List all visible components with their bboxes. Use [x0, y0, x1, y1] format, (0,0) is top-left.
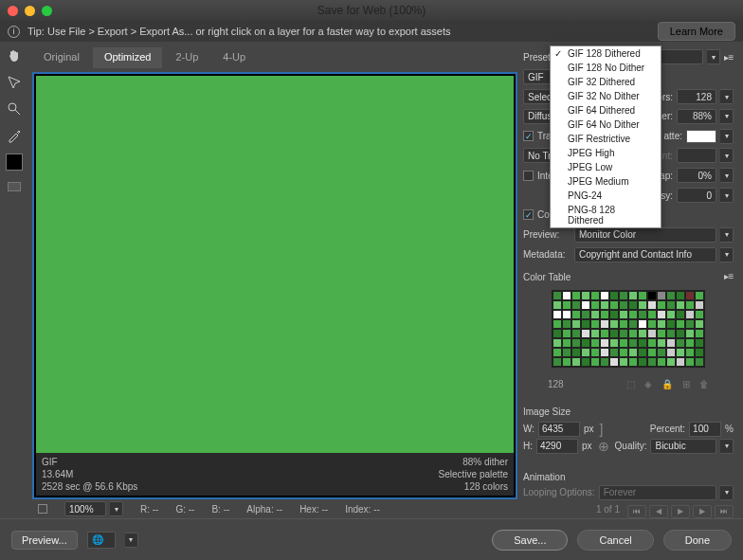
- transparency-checkbox[interactable]: [523, 131, 534, 141]
- color-swatch[interactable]: [676, 348, 685, 357]
- eyedropper-color-swatch[interactable]: [6, 154, 23, 171]
- color-swatch[interactable]: [609, 310, 619, 319]
- color-swatch[interactable]: [619, 338, 628, 348]
- srgb-checkbox[interactable]: [523, 209, 534, 220]
- preset-option[interactable]: JPEG Low: [551, 160, 661, 174]
- color-swatch[interactable]: [638, 319, 647, 329]
- color-swatch[interactable]: [562, 319, 571, 329]
- color-swatch[interactable]: [581, 300, 590, 310]
- color-swatch[interactable]: [628, 300, 638, 310]
- color-swatch[interactable]: [695, 300, 704, 310]
- color-swatch[interactable]: [676, 300, 685, 310]
- color-swatch[interactable]: [666, 338, 676, 348]
- color-swatch[interactable]: [581, 291, 590, 300]
- color-swatch[interactable]: [619, 300, 628, 310]
- chevron-down-icon[interactable]: [720, 439, 734, 454]
- color-swatch[interactable]: [600, 338, 609, 348]
- color-swatch[interactable]: [562, 300, 571, 310]
- color-swatch[interactable]: [562, 310, 571, 319]
- color-swatch[interactable]: [685, 357, 695, 367]
- minimize-window-button[interactable]: [25, 6, 35, 16]
- color-swatch[interactable]: [581, 319, 590, 329]
- color-swatch[interactable]: [553, 310, 562, 319]
- color-swatch[interactable]: [638, 329, 647, 338]
- color-swatch[interactable]: [695, 310, 704, 319]
- color-swatch[interactable]: [657, 329, 666, 338]
- color-swatch[interactable]: [676, 357, 685, 367]
- metadata-select[interactable]: Copyright and Contact Info: [574, 247, 716, 262]
- color-swatch[interactable]: [571, 291, 581, 300]
- color-swatch[interactable]: [666, 300, 676, 310]
- preset-dropdown[interactable]: GIF 128 DitheredGIF 128 No DitherGIF 32 …: [550, 45, 661, 228]
- preset-option[interactable]: GIF 128 No Dither: [551, 61, 661, 75]
- dither-input[interactable]: 88%: [677, 109, 716, 124]
- zoom-window-button[interactable]: [42, 6, 52, 16]
- color-swatch[interactable]: [553, 319, 562, 329]
- color-swatch[interactable]: [657, 310, 666, 319]
- color-swatch[interactable]: [619, 310, 628, 319]
- color-swatch[interactable]: [676, 310, 685, 319]
- color-swatch[interactable]: [685, 319, 695, 329]
- color-swatch[interactable]: [676, 338, 685, 348]
- new-color-icon[interactable]: ⊞: [682, 379, 690, 389]
- color-swatch[interactable]: [609, 338, 619, 348]
- color-swatch[interactable]: [571, 319, 581, 329]
- color-swatch[interactable]: [600, 310, 609, 319]
- color-swatch[interactable]: [685, 310, 695, 319]
- color-swatch[interactable]: [553, 291, 562, 300]
- color-swatch[interactable]: [628, 329, 638, 338]
- color-swatch[interactable]: [553, 348, 562, 357]
- chevron-down-icon[interactable]: [707, 49, 720, 64]
- color-swatch[interactable]: [553, 357, 562, 367]
- color-swatch[interactable]: [695, 319, 704, 329]
- color-swatch[interactable]: [638, 300, 647, 310]
- zoom-select[interactable]: 100%: [64, 501, 106, 516]
- color-swatch[interactable]: [695, 329, 704, 338]
- tab-2up[interactable]: 2-Up: [164, 47, 209, 68]
- color-swatch[interactable]: [553, 338, 562, 348]
- color-swatch[interactable]: [628, 357, 638, 367]
- color-swatch[interactable]: [628, 310, 638, 319]
- color-swatch[interactable]: [666, 319, 676, 329]
- preset-option[interactable]: JPEG High: [551, 146, 661, 160]
- color-swatch[interactable]: [647, 319, 657, 329]
- color-swatch[interactable]: [590, 348, 600, 357]
- color-swatch[interactable]: [666, 329, 676, 338]
- preview-button[interactable]: Preview...: [11, 531, 78, 550]
- chevron-down-icon[interactable]: [720, 227, 734, 243]
- color-swatch[interactable]: [657, 300, 666, 310]
- color-swatch[interactable]: [619, 357, 628, 367]
- learn-more-button[interactable]: Learn More: [658, 22, 735, 41]
- color-swatch[interactable]: [609, 348, 619, 357]
- tab-optimized[interactable]: Optimized: [93, 47, 163, 68]
- preset-option[interactable]: GIF 64 No Dither: [551, 117, 661, 132]
- cancel-button[interactable]: Cancel: [577, 530, 653, 551]
- color-swatch[interactable]: [590, 329, 600, 338]
- chevron-down-icon[interactable]: [720, 109, 734, 124]
- preset-option[interactable]: PNG-24: [551, 189, 661, 203]
- preview-canvas[interactable]: [36, 76, 514, 453]
- preset-flyout-icon[interactable]: ▸≡: [724, 52, 734, 62]
- color-swatch[interactable]: [657, 348, 666, 357]
- color-swatch[interactable]: [685, 348, 695, 357]
- color-swatch[interactable]: [600, 319, 609, 329]
- chevron-down-icon[interactable]: [720, 188, 734, 203]
- color-swatch[interactable]: [628, 338, 638, 348]
- close-window-button[interactable]: [8, 6, 18, 16]
- color-swatch[interactable]: [695, 291, 704, 300]
- color-swatch[interactable]: [590, 338, 600, 348]
- color-swatch[interactable]: [628, 348, 638, 357]
- tab-original[interactable]: Original: [32, 47, 91, 68]
- color-swatch[interactable]: [562, 329, 571, 338]
- interlaced-checkbox[interactable]: [523, 171, 534, 181]
- color-swatch[interactable]: [638, 291, 647, 300]
- color-swatch[interactable]: [590, 357, 600, 367]
- color-swatch[interactable]: [647, 300, 657, 310]
- color-swatch[interactable]: [685, 329, 695, 338]
- color-swatch[interactable]: [619, 319, 628, 329]
- color-swatch[interactable]: [571, 310, 581, 319]
- color-swatch[interactable]: [657, 319, 666, 329]
- chevron-down-icon[interactable]: [110, 501, 123, 516]
- color-table-grid[interactable]: [552, 290, 705, 368]
- color-swatch[interactable]: [619, 348, 628, 357]
